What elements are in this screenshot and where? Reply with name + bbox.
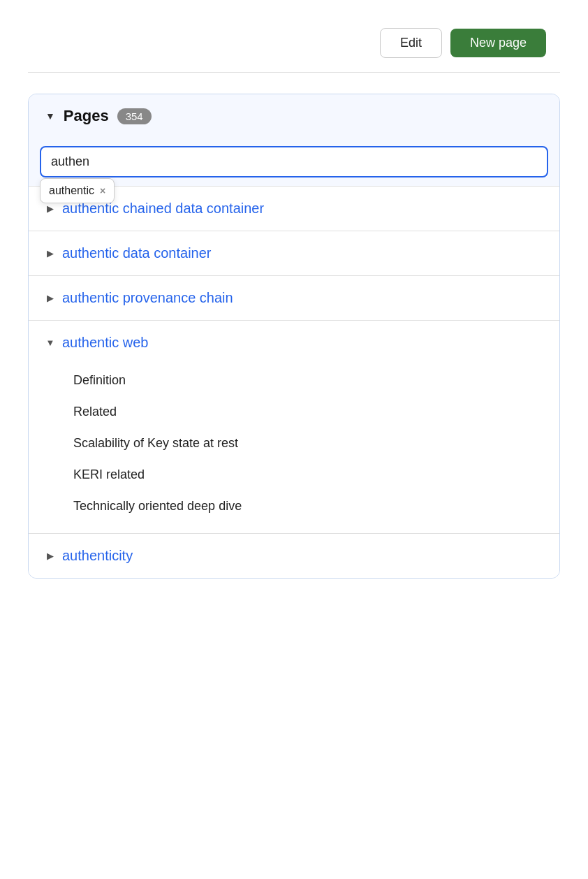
pages-title: Pages xyxy=(64,107,109,125)
top-bar: Edit New page xyxy=(0,0,588,72)
list-item: ▶ authenticity xyxy=(29,533,559,578)
edit-button[interactable]: Edit xyxy=(380,28,442,58)
list-item: ▶ authentic data container xyxy=(29,231,559,275)
chevron-right-icon: ▶ xyxy=(45,551,55,561)
search-area: authentic × xyxy=(29,138,559,186)
list-item[interactable]: Technically oriented deep dive xyxy=(29,491,559,522)
page-title-link[interactable]: authentic web xyxy=(62,335,148,351)
pages-chevron-icon: ▼ xyxy=(45,110,55,122)
page-title-link[interactable]: authentic provenance chain xyxy=(62,290,233,306)
autocomplete-tag-text: authentic xyxy=(49,184,94,197)
chevron-right-icon: ▶ xyxy=(45,293,55,303)
list-item[interactable]: Scalability of Key state at rest xyxy=(29,428,559,459)
list-item[interactable]: Related xyxy=(29,396,559,428)
search-input-wrapper xyxy=(40,146,548,177)
search-input[interactable] xyxy=(51,154,537,169)
new-page-button[interactable]: New page xyxy=(450,29,546,57)
chevron-down-icon: ▼ xyxy=(45,337,55,348)
page-item-header[interactable]: ▶ authentic data container xyxy=(29,231,559,275)
main-content: ▼ Pages 354 authentic × ▶ authentic chai… xyxy=(0,73,588,600)
list-item[interactable]: KERI related xyxy=(29,459,559,491)
autocomplete-close-button[interactable]: × xyxy=(100,185,105,196)
list-item: ▼ authentic web Definition Related Scala… xyxy=(29,320,559,533)
pages-count-badge: 354 xyxy=(117,108,152,124)
pages-panel: ▼ Pages 354 authentic × ▶ authentic chai… xyxy=(28,94,560,579)
page-title-link[interactable]: authentic data container xyxy=(62,245,212,261)
page-item-header[interactable]: ▼ authentic web xyxy=(29,321,559,365)
list-item: ▶ authentic provenance chain xyxy=(29,275,559,320)
page-item-header[interactable]: ▶ authentic provenance chain xyxy=(29,276,559,320)
pages-header[interactable]: ▼ Pages 354 xyxy=(29,94,559,138)
page-children: Definition Related Scalability of Key st… xyxy=(29,365,559,533)
autocomplete-dropdown: authentic × xyxy=(40,178,115,203)
chevron-right-icon: ▶ xyxy=(45,203,55,214)
page-title-link[interactable]: authenticity xyxy=(62,548,133,564)
pages-list: ▶ authentic chained data container ▶ aut… xyxy=(29,186,559,578)
page-item-header[interactable]: ▶ authenticity xyxy=(29,534,559,578)
list-item[interactable]: Definition xyxy=(29,365,559,396)
chevron-right-icon: ▶ xyxy=(45,248,55,259)
